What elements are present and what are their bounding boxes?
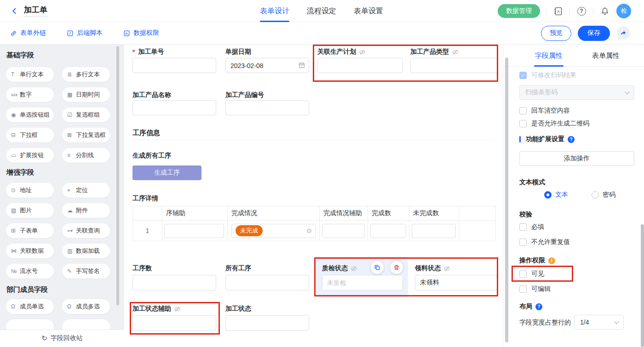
image-icon: ▨ (11, 207, 20, 214)
order-no-input[interactable] (132, 58, 216, 73)
required-checkbox[interactable] (519, 223, 527, 231)
product-no-input[interactable] (225, 100, 309, 115)
eye-off-icon[interactable] (452, 49, 459, 56)
palette-item-member-single[interactable]: Ω成员单选 (6, 299, 54, 314)
uncompleted-count-input[interactable] (412, 224, 456, 238)
data-permission-link[interactable]: 数据权限 (123, 29, 159, 37)
visible-checkbox[interactable] (519, 270, 527, 278)
panel-scrollbar[interactable] (505, 57, 508, 342)
copy-field-button[interactable] (371, 261, 384, 274)
palette-item-divider-line[interactable]: ≡分割线 (62, 148, 110, 163)
field-label-qc-status: 质检状态 (322, 264, 357, 273)
divider-icon: ≡ (67, 152, 76, 159)
preview-button[interactable]: 预览 (541, 26, 571, 41)
allow-qrcode-checkbox[interactable] (519, 120, 527, 127)
backend-script-link[interactable]: 后端脚本 (67, 29, 103, 37)
palette-item-subform[interactable]: ⊞子表单 (6, 223, 54, 238)
data-manage-button[interactable]: 数据管理 (498, 4, 540, 18)
contact-book-icon[interactable]: A (552, 6, 564, 17)
plan-input[interactable] (317, 58, 403, 73)
delete-field-button[interactable] (390, 261, 403, 274)
tab-flow-setting[interactable]: 流程设定 (307, 0, 336, 22)
add-action-button[interactable]: 添加操作 (519, 151, 634, 166)
palette-item-label: 日期时间 (76, 91, 100, 99)
palette-item-checkbox-group[interactable]: ☑复选框组 (62, 108, 110, 122)
field-width-select[interactable]: 1/4 (574, 315, 624, 330)
palette-item-datetime[interactable]: ▦日期时间 (62, 87, 110, 102)
eye-off-icon[interactable] (351, 265, 357, 272)
palette-item-extend-button[interactable]: ▭扩展按钮 (6, 148, 54, 163)
palette-item-multi-line-text[interactable]: ≣多行文本 (62, 67, 110, 82)
product-name-input[interactable] (132, 100, 216, 115)
completion-aux-input[interactable] (322, 224, 365, 238)
clear-on-enter-checkbox[interactable] (519, 107, 527, 114)
validation-header: 校验 (519, 210, 532, 219)
all-process-input[interactable] (225, 275, 309, 290)
editable-checkbox[interactable] (519, 285, 527, 293)
palette-item-serial-number[interactable]: №流水号 (6, 264, 54, 279)
palette-item-location[interactable]: ⌖定位 (62, 183, 110, 198)
text-mode-text-option[interactable]: 文本 (544, 191, 568, 199)
process-count-input[interactable] (132, 275, 216, 290)
scan-type-select[interactable]: 扫描条形码 (519, 85, 634, 100)
form-external-link[interactable]: 表单外链 (10, 29, 46, 37)
text-option-label: 文本 (555, 191, 568, 199)
notification-bell-icon[interactable] (599, 6, 610, 17)
help-icon[interactable]: ? (576, 6, 587, 17)
palette-item-dropdown[interactable]: ⊟下拉框 (6, 128, 54, 142)
palette-item-address[interactable]: ⊙地址 (6, 183, 54, 198)
completion-status-select[interactable]: 未完成 ⊙ (231, 224, 316, 238)
tab-form-props[interactable]: 表单属性 (592, 45, 620, 67)
backend-script-label: 后端脚本 (77, 29, 103, 37)
palette-item-linked-query[interactable]: ⊶关联查询 (62, 223, 110, 238)
avatar[interactable]: 检 (616, 4, 631, 18)
field-label-generate-all: 生成所有工序 (132, 152, 171, 160)
visible-row: 可见 (519, 270, 544, 278)
text-mode-password-option[interactable]: 密码 (592, 191, 615, 199)
generate-process-button[interactable]: 生成工序 (132, 165, 201, 180)
palette-item-linked-data[interactable]: ⋈关联数据 (6, 244, 54, 258)
table-header: 完成数 (368, 206, 409, 220)
member-single-icon: Ω (11, 303, 20, 310)
eye-off-icon[interactable] (359, 49, 366, 56)
scan-result-label: 可修改扫码结果 (531, 71, 576, 80)
product-type-input[interactable] (410, 58, 497, 73)
palette-item-signature[interactable]: ✎手写签名 (62, 264, 110, 279)
warning-icon[interactable]: ! (548, 257, 555, 264)
tab-form-design[interactable]: 表单设计 (260, 0, 289, 22)
palette-item-attachment[interactable]: ☁附件 (62, 203, 110, 218)
palette-item-image[interactable]: ▨图片 (6, 203, 54, 218)
window-scrollbar[interactable] (641, 224, 644, 347)
status-badge[interactable]: 未完成 (236, 225, 263, 236)
palette-item-radio-group[interactable]: ◉单选按钮组 (6, 108, 54, 122)
process-status-aux-input[interactable] (132, 315, 216, 331)
calendar-icon[interactable]: 7 (298, 62, 305, 69)
tab-form-setting[interactable]: 表单设置 (354, 0, 383, 22)
no-duplicate-checkbox[interactable] (519, 239, 527, 246)
material-status-input[interactable] (415, 275, 497, 290)
order-date-input[interactable] (225, 58, 309, 73)
palette-item-label: 单选按钮组 (20, 111, 50, 119)
palette-item-member-multi[interactable]: Ω成员多选 (62, 299, 110, 314)
palette-item-multi-dropdown[interactable]: ⊠下拉复选框 (62, 128, 110, 142)
process-status-input[interactable] (225, 315, 309, 331)
palette-item-data-load[interactable]: ▥数据加载 (62, 244, 110, 258)
scan-result-checkbox[interactable]: ✓ (519, 72, 527, 79)
palette-item-single-line-text[interactable]: T单行文本 (6, 67, 54, 82)
password-option-label: 密码 (603, 191, 615, 199)
palette-item-number[interactable]: 123数字 (6, 87, 54, 102)
seq-aux-input[interactable] (164, 224, 224, 238)
share-button[interactable] (616, 26, 630, 40)
eye-off-icon[interactable] (443, 265, 450, 272)
help-question-icon[interactable]: ? (568, 136, 575, 143)
qc-status-input[interactable] (322, 275, 403, 290)
sidebar-scrollbar[interactable] (116, 46, 119, 305)
status-circle-icon[interactable]: ⊙ (306, 227, 312, 234)
back-button[interactable] (9, 6, 20, 17)
field-recycle-bin[interactable]: ↻ 字段回收站 (0, 330, 124, 347)
help-question-icon[interactable]: ? (535, 303, 542, 310)
save-button[interactable]: 保存 (578, 26, 610, 41)
completed-count-input[interactable] (370, 224, 406, 238)
eye-off-icon[interactable] (174, 306, 181, 313)
tab-field-props[interactable]: 字段属性 (535, 45, 563, 67)
